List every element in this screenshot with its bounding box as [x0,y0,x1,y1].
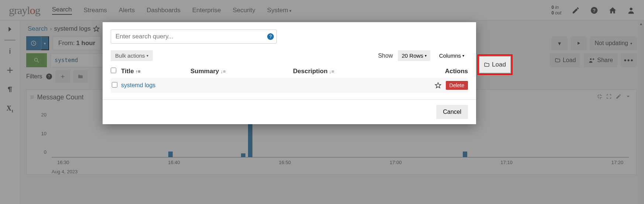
col-title[interactable]: Title ↑≡ [121,68,187,75]
col-description[interactable]: Description ↓≡ [293,68,404,75]
bulk-actions-button[interactable]: Bulk actions ▾ [111,50,153,61]
show-label: Show [378,52,393,59]
rows-dropdown[interactable]: 20 Rows ▾ [398,50,430,61]
load-search-modal: ? Bulk actions ▾ Show 20 Rows ▾ Columns … [103,22,476,124]
modal-search-input[interactable] [111,30,277,44]
cancel-button[interactable]: Cancel [436,105,468,119]
table-header: Title ↑≡ Summary ↓≡ Description ↓≡ Actio… [111,65,468,78]
col-actions: Actions [445,68,468,75]
row-favorite-icon[interactable] [435,82,441,89]
col-summary[interactable]: Summary ↓≡ [190,68,290,75]
row-delete-button[interactable]: Delete [446,81,468,90]
row-title-link[interactable]: systemd logs [121,82,155,88]
select-all-checkbox[interactable] [111,68,116,73]
columns-dropdown[interactable]: Columns ▾ [435,50,468,61]
table-row: systemd logs Delete [111,78,468,93]
row-checkbox[interactable] [112,82,117,88]
load-button-highlighted[interactable]: Load [479,57,510,73]
svg-marker-16 [435,83,441,88]
modal-search-help-icon[interactable]: ? [267,33,274,40]
